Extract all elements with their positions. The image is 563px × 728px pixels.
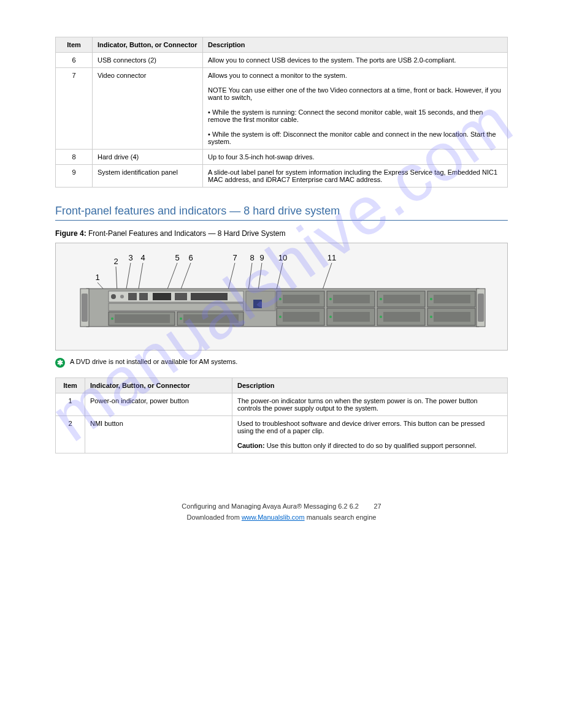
svg-point-56 <box>180 317 182 320</box>
svg-point-55 <box>111 317 113 320</box>
svg-point-54 <box>430 316 432 318</box>
svg-line-2 <box>126 263 131 292</box>
callout-4: 4 <box>140 253 145 262</box>
svg-point-18 <box>120 295 124 298</box>
cell-desc: A slide-out label panel for system infor… <box>203 165 508 188</box>
th-indicator: Indicator, Button, or Connector <box>93 37 203 53</box>
svg-line-4 <box>166 263 177 292</box>
svg-point-53 <box>380 316 382 318</box>
svg-rect-43 <box>383 312 420 322</box>
desc-line: Used to troubleshoot software and device… <box>237 420 484 434</box>
desc-line: • While the system is off: Disconnect th… <box>208 131 496 145</box>
svg-point-17 <box>111 294 116 299</box>
svg-rect-45 <box>115 314 170 323</box>
cell-item: 7 <box>56 68 93 150</box>
cell-item: 8 <box>56 150 93 165</box>
footer-page-number: 27 <box>373 502 381 510</box>
svg-point-48 <box>329 298 332 300</box>
features-table-1: Item Indicator, Button, or Connector Des… <box>55 37 508 188</box>
cell-desc: Up to four 3.5-inch hot-swap drives. <box>203 150 508 165</box>
server-diagram: 1 2 3 4 5 6 7 8 9 10 11 <box>55 243 508 351</box>
cell-indicator: Power-on indicator, power button <box>85 393 232 416</box>
cell-indicator: NMI button <box>85 416 232 453</box>
figure-title: Front-Panel Features and Indicators — 8 … <box>88 229 285 238</box>
svg-rect-14 <box>82 294 88 322</box>
cell-item: 6 <box>56 53 93 68</box>
server-svg: 1 2 3 4 5 6 7 8 9 10 11 <box>74 252 491 332</box>
svg-point-51 <box>279 316 282 318</box>
desc-line: NOTE You can use either one of the two V… <box>208 86 501 101</box>
figure-label: Figure 4: Front-Panel Features and Indic… <box>55 229 508 238</box>
callout-5: 5 <box>175 253 179 262</box>
svg-rect-37 <box>283 295 320 303</box>
cell-indicator: System identification panel <box>93 165 203 188</box>
desc-line: Allows you to connect a monitor to the s… <box>208 72 347 79</box>
note-block: ✱ A DVD drive is not installed or availa… <box>55 358 508 368</box>
svg-rect-24 <box>109 303 243 311</box>
svg-rect-41 <box>283 312 320 322</box>
cell-desc: Used to troubleshoot software and device… <box>232 416 508 453</box>
table-row: 6 USB connectors (2) Allow you to connec… <box>56 53 508 68</box>
features-table-2: Item Indicator, Button, or Connector Des… <box>55 377 508 453</box>
svg-rect-42 <box>333 312 370 322</box>
cell-item: 2 <box>56 416 85 453</box>
footer-source-post: manuals search engine <box>305 514 377 521</box>
callout-1: 1 <box>95 273 99 282</box>
callout-6: 6 <box>188 253 193 262</box>
th-indicator: Indicator, Button, or Connector <box>85 378 232 393</box>
footer-source-link[interactable]: www.Manualslib.com <box>242 514 305 521</box>
callout-8: 8 <box>250 253 254 262</box>
table-row: 2 NMI button Used to troubleshoot softwa… <box>56 416 508 453</box>
footer-source-pre: Downloaded from <box>187 514 242 521</box>
cell-item: 9 <box>56 165 93 188</box>
callout-11: 11 <box>327 253 336 262</box>
page-footer: Configuring and Managing Avaya Aura® Mes… <box>55 502 508 521</box>
svg-rect-22 <box>175 293 187 300</box>
svg-rect-26 <box>253 300 262 308</box>
callout-9: 9 <box>259 253 264 262</box>
svg-rect-20 <box>139 293 148 300</box>
callout-2: 2 <box>113 257 118 266</box>
th-desc: Description <box>203 37 508 53</box>
figure-number: Figure 4: <box>55 229 86 238</box>
callout-3: 3 <box>128 253 132 262</box>
cell-desc: The power-on indicator turns on when the… <box>232 393 508 416</box>
note-text: A DVD drive is not installed or availabl… <box>70 358 237 365</box>
caution-label: Caution: <box>237 442 267 449</box>
svg-rect-40 <box>434 295 470 303</box>
footer-doc-title: Configuring and Managing Avaya Aura® Mes… <box>182 502 359 510</box>
cell-desc: Allow you to connect USB devices to the … <box>203 53 508 68</box>
table-row: 9 System identification panel A slide-ou… <box>56 165 508 188</box>
desc-line: Use this button only if directed to do s… <box>267 442 477 449</box>
callout-10: 10 <box>278 253 287 262</box>
svg-point-50 <box>430 298 432 300</box>
svg-point-47 <box>279 298 282 300</box>
svg-rect-44 <box>434 312 470 322</box>
table-row: 7 Video connector Allows you to connect … <box>56 68 508 150</box>
svg-rect-38 <box>333 295 370 303</box>
section-heading: Front-panel features and indicators — 8 … <box>55 205 508 218</box>
svg-rect-21 <box>153 293 171 300</box>
cell-indicator: Hard drive (4) <box>93 150 203 165</box>
table-row: 8 Hard drive (4) Up to four 3.5-inch hot… <box>56 150 508 165</box>
svg-line-5 <box>180 263 191 292</box>
svg-line-6 <box>228 263 235 292</box>
cell-item: 1 <box>56 393 85 416</box>
svg-rect-39 <box>383 295 420 303</box>
cell-indicator: Video connector <box>93 68 203 150</box>
table-row: 1 Power-on indicator, power button The p… <box>56 393 508 416</box>
cell-desc: Allows you to connect a monitor to the s… <box>203 68 508 150</box>
cell-indicator: USB connectors (2) <box>93 53 203 68</box>
desc-line: • While the system is running: Connect t… <box>208 108 483 123</box>
asterisk-icon: ✱ <box>55 358 65 368</box>
svg-rect-46 <box>183 314 239 323</box>
th-desc: Description <box>232 378 508 393</box>
section-rule <box>55 220 508 221</box>
svg-rect-23 <box>191 293 228 300</box>
svg-rect-19 <box>128 293 137 300</box>
callout-7: 7 <box>232 253 237 262</box>
svg-line-3 <box>138 263 143 292</box>
th-item: Item <box>56 37 93 53</box>
svg-point-49 <box>380 298 382 300</box>
th-item: Item <box>56 378 85 393</box>
